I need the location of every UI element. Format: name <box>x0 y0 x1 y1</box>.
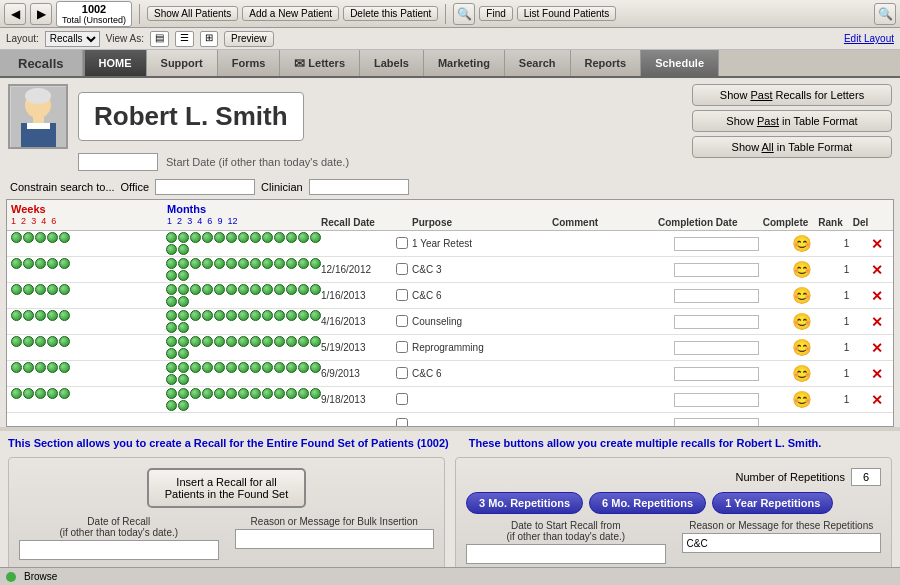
month-dot[interactable] <box>190 336 201 347</box>
month-dot[interactable] <box>298 310 309 321</box>
month-dot[interactable] <box>262 388 273 399</box>
month-dot[interactable] <box>274 232 285 243</box>
month-dot[interactable] <box>226 362 237 373</box>
month-dot[interactable] <box>178 322 189 333</box>
month-dot[interactable] <box>190 232 201 243</box>
month-dot[interactable] <box>298 232 309 243</box>
completion-input[interactable] <box>674 289 759 303</box>
week-dot[interactable] <box>59 284 70 295</box>
month-dot[interactable] <box>238 336 249 347</box>
month-dot[interactable] <box>178 296 189 307</box>
month-dot[interactable] <box>178 348 189 359</box>
month-dot[interactable] <box>166 244 177 255</box>
month-dot[interactable] <box>310 232 321 243</box>
month-dot[interactable] <box>178 284 189 295</box>
month-dot[interactable] <box>214 232 225 243</box>
month-dot[interactable] <box>310 310 321 321</box>
month-dot[interactable] <box>202 336 213 347</box>
month-dot[interactable] <box>238 388 249 399</box>
delete-recall-button[interactable]: ✕ <box>871 262 883 278</box>
delete-recall-button[interactable]: ✕ <box>871 314 883 330</box>
week-dot[interactable] <box>59 362 70 373</box>
month-dot[interactable] <box>250 388 261 399</box>
back-button[interactable]: ◀ <box>4 3 26 25</box>
tab-schedule[interactable]: Schedule <box>641 50 719 76</box>
month-dot[interactable] <box>166 310 177 321</box>
month-dot[interactable] <box>166 296 177 307</box>
week-dot[interactable] <box>11 336 22 347</box>
month-dot[interactable] <box>166 348 177 359</box>
month-dot[interactable] <box>286 232 297 243</box>
month-dot[interactable] <box>298 284 309 295</box>
recall-checkbox[interactable] <box>396 393 408 405</box>
month-dot[interactable] <box>214 336 225 347</box>
show-all-patients-button[interactable]: Show All Patients <box>147 6 238 21</box>
week-dot[interactable] <box>59 258 70 269</box>
month-dot[interactable] <box>238 232 249 243</box>
week-dot[interactable] <box>23 258 34 269</box>
month-dot[interactable] <box>238 258 249 269</box>
reason-bulk-input[interactable] <box>235 529 435 549</box>
month-dot[interactable] <box>202 284 213 295</box>
month-dot[interactable] <box>286 336 297 347</box>
show-all-table-button[interactable]: Show All in Table Format <box>692 136 892 158</box>
month-dot[interactable] <box>262 232 273 243</box>
tab-support[interactable]: Support <box>147 50 218 76</box>
month-dot[interactable] <box>274 258 285 269</box>
month-dot[interactable] <box>298 336 309 347</box>
month-dot[interactable] <box>202 362 213 373</box>
month-dot[interactable] <box>226 388 237 399</box>
month-dot[interactable] <box>226 336 237 347</box>
add-patient-button[interactable]: Add a New Patient <box>242 6 339 21</box>
week-dot[interactable] <box>23 362 34 373</box>
month-dot[interactable] <box>310 336 321 347</box>
month-dot[interactable] <box>178 400 189 411</box>
completion-input[interactable] <box>674 341 759 355</box>
delete-recall-button[interactable]: ✕ <box>871 392 883 408</box>
month-dot[interactable] <box>250 336 261 347</box>
week-dot[interactable] <box>47 310 58 321</box>
tab-labels[interactable]: Labels <box>360 50 424 76</box>
month-dot[interactable] <box>166 270 177 281</box>
tab-home[interactable]: HOME <box>83 50 147 76</box>
reason-rep-input[interactable] <box>682 533 882 553</box>
date-recall-input[interactable] <box>19 540 219 560</box>
delete-recall-button[interactable]: ✕ <box>871 366 883 382</box>
delete-recall-button[interactable]: ✕ <box>871 288 883 304</box>
tab-marketing[interactable]: Marketing <box>424 50 505 76</box>
month-dot[interactable] <box>214 284 225 295</box>
month-dot[interactable] <box>262 336 273 347</box>
week-dot[interactable] <box>11 310 22 321</box>
clinician-input[interactable] <box>309 179 409 195</box>
start-date-input[interactable] <box>78 153 158 171</box>
month-dot[interactable] <box>310 258 321 269</box>
month-dot[interactable] <box>286 284 297 295</box>
completion-input[interactable] <box>674 367 759 381</box>
week-dot[interactable] <box>23 232 34 243</box>
month-dot[interactable] <box>262 310 273 321</box>
month-dot[interactable] <box>178 310 189 321</box>
week-dot[interactable] <box>59 336 70 347</box>
insert-recall-button[interactable]: Insert a Recall for allPatients in the F… <box>147 468 307 508</box>
month-dot[interactable] <box>238 362 249 373</box>
tab-reports[interactable]: Reports <box>571 50 642 76</box>
month-dot[interactable] <box>238 310 249 321</box>
month-dot[interactable] <box>178 244 189 255</box>
month-dot[interactable] <box>262 362 273 373</box>
month-dot[interactable] <box>226 310 237 321</box>
find-icon[interactable]: 🔍 <box>453 3 475 25</box>
delete-patient-button[interactable]: Delete this Patient <box>343 6 438 21</box>
month-dot[interactable] <box>274 362 285 373</box>
week-dot[interactable] <box>11 232 22 243</box>
show-past-table-button[interactable]: Show Past in Table Format <box>692 110 892 132</box>
month-dot[interactable] <box>166 388 177 399</box>
month-dot[interactable] <box>274 388 285 399</box>
month-dot[interactable] <box>250 258 261 269</box>
month-dot[interactable] <box>202 310 213 321</box>
week-dot[interactable] <box>35 388 46 399</box>
edit-layout-link[interactable]: Edit Layout <box>844 33 894 44</box>
month-dot[interactable] <box>166 336 177 347</box>
month-dot[interactable] <box>166 322 177 333</box>
month-dot[interactable] <box>298 388 309 399</box>
month-dot[interactable] <box>178 336 189 347</box>
